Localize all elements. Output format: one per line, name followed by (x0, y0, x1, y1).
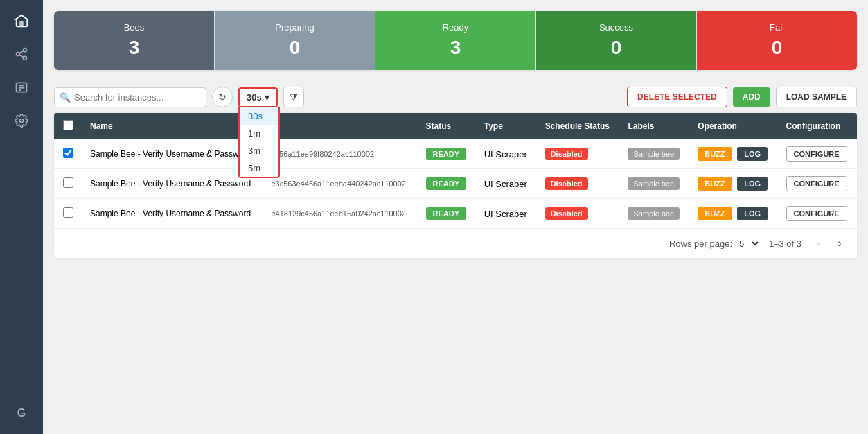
col-configuration: Configuration (778, 113, 857, 139)
rows-per-page-label: Rows per page: (669, 238, 732, 249)
rows-per-page-select[interactable]: 5 10 25 (736, 238, 761, 250)
stat-success-value: 0 (547, 37, 685, 59)
row-configuration: CONFIGURE (778, 169, 857, 199)
search-icon: 🔍 (60, 92, 71, 103)
svg-line-5 (19, 51, 24, 53)
select-all-header[interactable] (54, 113, 82, 139)
stat-ready-label: Ready (387, 22, 524, 33)
interval-option-5m[interactable]: 5m (240, 159, 278, 177)
row-id: c456a11ee99f80242ac110002 (263, 139, 417, 169)
row-status: READY (418, 169, 476, 199)
buzz-button[interactable]: BUZZ (698, 147, 732, 161)
row-name: Sample Bee - Verify Username & Password (82, 139, 263, 169)
log-button[interactable]: LOG (737, 147, 768, 161)
interval-dropdown[interactable]: 30s ▾ 30s 1m 3m 5m (238, 87, 278, 107)
sidebar: G (0, 0, 43, 434)
stat-preparing-value: 0 (226, 37, 364, 59)
row-schedule-status: Disabled (537, 199, 620, 229)
select-all-checkbox[interactable] (63, 120, 73, 130)
toolbar: 🔍 ↻ 30s ▾ 30s 1m 3m 5m ⧩ DELETE SELECTED… (54, 81, 857, 107)
interval-selected-label: 30s (247, 92, 262, 103)
load-sample-button[interactable]: LOAD SAMPLE (776, 87, 857, 107)
stat-preparing: Preparing 0 (215, 11, 375, 70)
interval-option-30s[interactable]: 30s (240, 107, 278, 125)
col-status: Status (418, 113, 476, 139)
interval-button[interactable]: 30s ▾ (238, 87, 278, 107)
col-labels: Labels (619, 113, 689, 139)
log-button[interactable]: LOG (737, 177, 768, 191)
row-checkbox-cell[interactable] (54, 169, 82, 199)
stat-success-label: Success (547, 22, 685, 33)
table-row: Sample Bee - Verify Username & Password … (54, 169, 857, 199)
row-id: e3c563e4456a11eeba440242ac110002 (263, 169, 417, 199)
main-content: Bees 3 Preparing 0 Ready 3 Success 0 Fai… (43, 0, 868, 434)
row-checkbox-0[interactable] (63, 148, 73, 158)
stat-preparing-label: Preparing (226, 22, 364, 33)
svg-point-3 (24, 56, 27, 60)
log-button[interactable]: LOG (737, 207, 768, 220)
stat-bees-value: 3 (65, 37, 203, 59)
page-info: 1–3 of 3 (769, 238, 801, 249)
row-schedule-status: Disabled (537, 139, 620, 169)
row-configuration: CONFIGURE (778, 139, 857, 169)
row-configuration: CONFIGURE (778, 199, 857, 229)
row-type: UI Scraper (476, 199, 537, 229)
table-header-row: Name ID Status Type Schedule Status Labe… (54, 113, 857, 139)
svg-point-2 (17, 53, 20, 56)
row-operation: BUZZ LOG (689, 199, 777, 229)
interval-option-1m[interactable]: 1m (240, 125, 278, 142)
interval-menu: 30s 1m 3m 5m (238, 107, 280, 178)
configure-button[interactable]: CONFIGURE (786, 176, 847, 191)
col-id: ID (263, 113, 417, 139)
stat-fail-value: 0 (708, 37, 846, 59)
home-icon[interactable] (8, 7, 35, 35)
stat-bees: Bees 3 (54, 11, 215, 70)
table-row: Sample Bee - Verify Username & Password … (54, 199, 857, 229)
configure-button[interactable]: CONFIGURE (786, 206, 847, 221)
add-button[interactable]: ADD (733, 87, 770, 107)
interval-chevron-icon: ▾ (265, 92, 269, 103)
list-icon[interactable] (8, 73, 35, 101)
col-operation: Operation (689, 113, 777, 139)
row-checkbox-2[interactable] (63, 207, 73, 218)
stat-bees-label: Bees (65, 22, 203, 33)
filter-button[interactable]: ⧩ (283, 87, 304, 107)
configure-button[interactable]: CONFIGURE (786, 146, 847, 162)
page-nav: ‹ › (810, 234, 849, 252)
stat-fail: Fail 0 (697, 11, 857, 70)
search-wrapper: 🔍 (54, 87, 206, 107)
instances-table: Name ID Status Type Schedule Status Labe… (54, 113, 857, 258)
row-checkbox-cell[interactable] (54, 199, 82, 229)
row-label: Sample bee (619, 139, 689, 169)
stats-row: Bees 3 Preparing 0 Ready 3 Success 0 Fai… (54, 11, 857, 70)
row-checkbox-1[interactable] (63, 177, 73, 188)
svg-line-4 (19, 55, 24, 57)
svg-rect-0 (19, 21, 24, 26)
interval-option-3m[interactable]: 3m (240, 142, 278, 159)
prev-page-button[interactable]: ‹ (810, 234, 828, 252)
search-input[interactable] (54, 87, 206, 107)
next-page-button[interactable]: › (831, 234, 849, 252)
share-icon[interactable] (8, 40, 35, 68)
stat-ready-value: 3 (387, 37, 524, 59)
col-name: Name (82, 113, 263, 139)
google-icon[interactable]: G (8, 399, 35, 427)
settings-icon[interactable] (8, 107, 35, 134)
row-name: Sample Bee - Verify Username & Password (82, 199, 263, 229)
stat-success: Success 0 (536, 11, 697, 70)
stat-fail-label: Fail (708, 22, 846, 33)
delete-selected-button[interactable]: DELETE SELECTED (627, 87, 727, 107)
rows-per-page: Rows per page: 5 10 25 (669, 238, 761, 250)
row-id: e418129c456a11eeb15a0242ac110002 (263, 199, 417, 229)
buzz-button[interactable]: BUZZ (698, 177, 732, 191)
row-name: Sample Bee - Verify Username & Password (82, 169, 263, 199)
row-status: READY (418, 199, 476, 229)
row-type: UI Scraper (476, 139, 537, 169)
row-schedule-status: Disabled (537, 169, 620, 199)
row-checkbox-cell[interactable] (54, 139, 82, 169)
stat-ready: Ready 3 (375, 11, 536, 70)
table-row: Sample Bee - Verify Username & Password … (54, 139, 857, 169)
refresh-button[interactable]: ↻ (212, 87, 233, 107)
row-operation: BUZZ LOG (689, 139, 777, 169)
buzz-button[interactable]: BUZZ (698, 207, 732, 220)
